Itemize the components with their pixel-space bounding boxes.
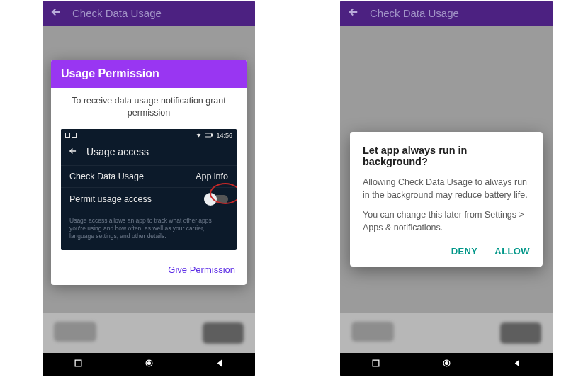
mock-app-name: Check Data Usage — [69, 172, 144, 181]
battery-icon — [205, 133, 213, 138]
dialog-body-1: Allowing Check Data Usage to always run … — [363, 176, 530, 201]
app-bar: Check Data Usage — [43, 1, 255, 26]
mock-clock: 14:56 — [216, 132, 232, 139]
recents-icon[interactable] — [73, 358, 84, 371]
svg-rect-1 — [212, 134, 213, 136]
give-permission-button[interactable]: Give Permission — [168, 264, 235, 275]
svg-point-4 — [147, 362, 150, 365]
dimmed-background: Usage Permission To receive data usage n… — [43, 26, 255, 353]
blur-placeholder — [500, 322, 541, 344]
nav-back-icon[interactable] — [512, 358, 523, 371]
dialog-header: Usage Permission — [51, 60, 247, 88]
mock-app-row[interactable]: Check Data Usage App info — [61, 165, 237, 187]
blurred-content-bar — [340, 313, 553, 353]
mock-header-title: Usage access — [86, 146, 149, 157]
system-nav-bar — [340, 353, 553, 376]
home-icon[interactable] — [441, 358, 452, 371]
usage-permission-dialog: Usage Permission To receive data usage n… — [51, 60, 247, 285]
blur-placeholder — [54, 322, 96, 342]
mock-status-left-icons — [65, 133, 77, 138]
phone-left: Check Data Usage Usage Permission To rec… — [43, 1, 255, 376]
dialog-body-2: You can change this later from Settings … — [363, 208, 530, 234]
mock-header: Usage access — [61, 142, 237, 165]
dialog-title: Let app always run in background? — [363, 145, 530, 167]
dialog-subtext: To receive data usage notification grant… — [51, 88, 247, 129]
blur-placeholder — [203, 322, 244, 344]
app-bar-title: Check Data Usage — [370, 7, 459, 19]
recents-icon[interactable] — [371, 358, 381, 371]
home-icon[interactable] — [144, 358, 154, 371]
blur-placeholder — [351, 322, 394, 342]
dialog-action-row: Give Permission — [51, 250, 247, 285]
svg-rect-5 — [373, 360, 379, 366]
dimmed-background: Let app always run in background? Allowi… — [340, 26, 553, 353]
back-icon[interactable] — [347, 6, 360, 21]
mock-back-icon[interactable] — [68, 146, 78, 158]
app-bar-title: Check Data Usage — [72, 7, 162, 19]
wifi-icon — [196, 132, 202, 138]
mock-app-info-label: App info — [196, 172, 228, 181]
nav-back-icon[interactable] — [215, 358, 225, 371]
back-icon[interactable] — [50, 6, 62, 21]
svg-rect-2 — [75, 360, 81, 366]
mock-status-right: 14:56 — [196, 132, 232, 139]
mock-fine-print: Usage access allows an app to track what… — [61, 211, 237, 250]
background-run-dialog: Let app always run in background? Allowi… — [350, 132, 543, 267]
blurred-content-bar — [43, 313, 255, 353]
phone-right: Check Data Usage Let app always run in b… — [340, 1, 553, 376]
svg-rect-0 — [205, 133, 212, 137]
deny-button[interactable]: DENY — [451, 246, 478, 257]
mock-permit-row[interactable]: Permit usage access — [61, 187, 237, 211]
usage-access-mock-screenshot: 14:56 Usage access Check Data Usage App … — [61, 129, 237, 250]
mock-status-bar: 14:56 — [61, 129, 237, 142]
mock-permit-label: Permit usage access — [69, 194, 152, 204]
app-bar: Check Data Usage — [340, 1, 553, 26]
allow-button[interactable]: ALLOW — [494, 246, 530, 257]
dialog-action-row: DENY ALLOW — [363, 242, 530, 261]
svg-point-7 — [445, 362, 448, 365]
permit-toggle[interactable] — [204, 194, 228, 205]
system-nav-bar — [43, 353, 255, 376]
